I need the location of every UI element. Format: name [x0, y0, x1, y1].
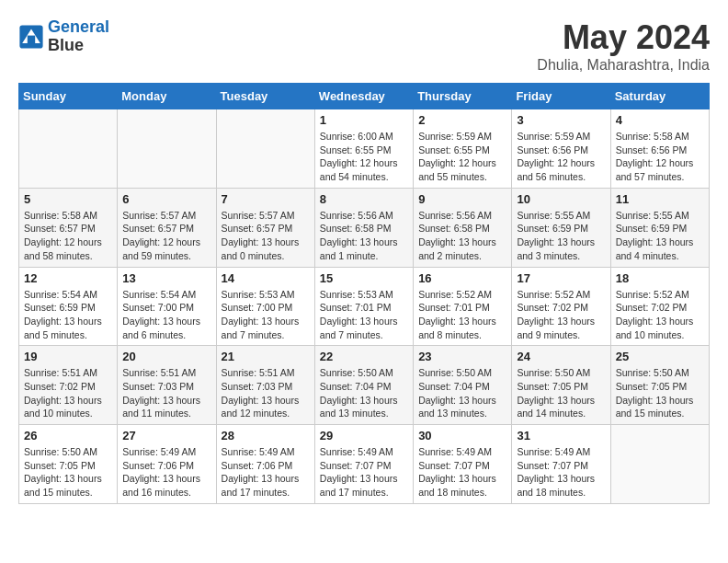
day-number: 28 [222, 429, 310, 442]
day-number: 31 [517, 429, 605, 442]
calendar-week-row: 12Sunrise: 5:54 AMSunset: 6:59 PMDayligh… [19, 267, 710, 346]
day-number: 17 [517, 271, 605, 285]
calendar-week-row: 19Sunrise: 5:51 AMSunset: 7:02 PMDayligh… [19, 346, 710, 425]
day-info: Sunrise: 5:51 AMSunset: 7:03 PMDaylight:… [222, 366, 310, 420]
day-number: 4 [616, 113, 704, 127]
calendar-cell: 4Sunrise: 5:58 AMSunset: 6:56 PMDaylight… [610, 109, 709, 189]
calendar-cell: 13Sunrise: 5:54 AMSunset: 7:00 PMDayligh… [118, 267, 216, 346]
weekday-header: Saturday [610, 84, 709, 109]
day-number: 29 [320, 429, 408, 442]
day-info: Sunrise: 5:55 AMSunset: 6:59 PMDaylight:… [517, 209, 605, 263]
day-info: Sunrise: 5:51 AMSunset: 7:03 PMDaylight:… [122, 366, 210, 420]
calendar-cell: 23Sunrise: 5:50 AMSunset: 7:04 PMDayligh… [414, 346, 512, 425]
calendar-cell: 30Sunrise: 5:49 AMSunset: 7:07 PMDayligh… [414, 425, 512, 504]
day-number: 7 [222, 192, 310, 206]
weekday-header: Monday [118, 84, 216, 109]
day-info: Sunrise: 5:53 AMSunset: 7:01 PMDaylight:… [320, 288, 408, 342]
day-info: Sunrise: 5:49 AMSunset: 7:06 PMDaylight:… [222, 445, 310, 500]
calendar-cell: 24Sunrise: 5:50 AMSunset: 7:05 PMDayligh… [512, 346, 610, 425]
calendar-week-row: 1Sunrise: 6:00 AMSunset: 6:55 PMDaylight… [19, 109, 710, 189]
calendar-week-row: 26Sunrise: 5:50 AMSunset: 7:05 PMDayligh… [19, 425, 710, 504]
calendar-cell [118, 109, 216, 189]
day-info: Sunrise: 5:56 AMSunset: 6:58 PMDaylight:… [418, 209, 506, 263]
calendar-cell: 22Sunrise: 5:50 AMSunset: 7:04 PMDayligh… [314, 346, 413, 425]
calendar-cell: 10Sunrise: 5:55 AMSunset: 6:59 PMDayligh… [512, 188, 610, 267]
calendar-cell: 14Sunrise: 5:53 AMSunset: 7:00 PMDayligh… [216, 267, 314, 346]
calendar-cell: 31Sunrise: 5:49 AMSunset: 7:07 PMDayligh… [512, 425, 610, 504]
location: Dhulia, Maharashtra, India [537, 57, 710, 74]
day-number: 12 [24, 271, 112, 285]
day-info: Sunrise: 5:57 AMSunset: 6:57 PMDaylight:… [222, 209, 310, 263]
weekday-header: Wednesday [314, 84, 413, 109]
day-number: 14 [222, 271, 310, 285]
calendar-cell: 9Sunrise: 5:56 AMSunset: 6:58 PMDaylight… [414, 188, 512, 267]
calendar-cell: 12Sunrise: 5:54 AMSunset: 6:59 PMDayligh… [19, 267, 118, 346]
calendar-cell: 19Sunrise: 5:51 AMSunset: 7:02 PMDayligh… [19, 346, 118, 425]
day-info: Sunrise: 5:50 AMSunset: 7:04 PMDaylight:… [320, 366, 408, 420]
day-info: Sunrise: 5:54 AMSunset: 7:00 PMDaylight:… [122, 288, 210, 342]
day-number: 5 [24, 192, 112, 206]
day-info: Sunrise: 5:51 AMSunset: 7:02 PMDaylight:… [24, 366, 112, 420]
day-info: Sunrise: 5:54 AMSunset: 6:59 PMDaylight:… [24, 288, 112, 342]
calendar-table: SundayMondayTuesdayWednesdayThursdayFrid… [18, 83, 710, 504]
day-info: Sunrise: 5:59 AMSunset: 6:55 PMDaylight:… [418, 130, 506, 184]
calendar-cell: 17Sunrise: 5:52 AMSunset: 7:02 PMDayligh… [512, 267, 610, 346]
day-info: Sunrise: 5:58 AMSunset: 6:56 PMDaylight:… [616, 130, 704, 184]
day-number: 20 [122, 350, 210, 363]
day-info: Sunrise: 5:52 AMSunset: 7:02 PMDaylight:… [517, 288, 605, 342]
day-info: Sunrise: 5:55 AMSunset: 6:59 PMDaylight:… [616, 209, 704, 263]
calendar-cell: 6Sunrise: 5:57 AMSunset: 6:57 PMDaylight… [118, 188, 216, 267]
calendar-cell: 21Sunrise: 5:51 AMSunset: 7:03 PMDayligh… [216, 346, 314, 425]
day-info: Sunrise: 5:49 AMSunset: 7:06 PMDaylight:… [122, 445, 210, 500]
day-number: 19 [24, 350, 112, 363]
day-number: 24 [517, 350, 605, 363]
calendar-cell: 11Sunrise: 5:55 AMSunset: 6:59 PMDayligh… [610, 188, 709, 267]
calendar-cell: 5Sunrise: 5:58 AMSunset: 6:57 PMDaylight… [19, 188, 118, 267]
logo-line2: Blue [48, 37, 109, 55]
day-number: 13 [122, 271, 210, 285]
weekday-header: Sunday [19, 84, 118, 109]
title-block: May 2024 Dhulia, Maharashtra, India [537, 18, 710, 74]
day-info: Sunrise: 5:52 AMSunset: 7:02 PMDaylight:… [616, 288, 704, 342]
calendar-cell: 25Sunrise: 5:50 AMSunset: 7:05 PMDayligh… [610, 346, 709, 425]
calendar-cell: 16Sunrise: 5:52 AMSunset: 7:01 PMDayligh… [414, 267, 512, 346]
day-info: Sunrise: 5:50 AMSunset: 7:05 PMDaylight:… [616, 366, 704, 420]
weekday-header: Friday [512, 84, 610, 109]
day-info: Sunrise: 5:58 AMSunset: 6:57 PMDaylight:… [24, 209, 112, 263]
weekday-header-row: SundayMondayTuesdayWednesdayThursdayFrid… [19, 84, 710, 109]
calendar-cell: 8Sunrise: 5:56 AMSunset: 6:58 PMDaylight… [314, 188, 413, 267]
day-info: Sunrise: 5:50 AMSunset: 7:04 PMDaylight:… [418, 366, 506, 420]
calendar-cell: 27Sunrise: 5:49 AMSunset: 7:06 PMDayligh… [118, 425, 216, 504]
day-number: 2 [418, 113, 506, 127]
page-header: General Blue May 2024 Dhulia, Maharashtr… [18, 18, 710, 74]
month-title: May 2024 [537, 18, 710, 57]
day-number: 11 [616, 192, 704, 206]
day-number: 25 [616, 350, 704, 363]
calendar-cell: 2Sunrise: 5:59 AMSunset: 6:55 PMDaylight… [414, 109, 512, 189]
day-info: Sunrise: 5:50 AMSunset: 7:05 PMDaylight:… [517, 366, 605, 420]
day-number: 9 [418, 192, 506, 206]
day-number: 26 [24, 429, 112, 442]
calendar-cell: 29Sunrise: 5:49 AMSunset: 7:07 PMDayligh… [314, 425, 413, 504]
day-number: 6 [122, 192, 210, 206]
logo: General Blue [18, 18, 109, 55]
day-number: 22 [320, 350, 408, 363]
day-number: 8 [320, 192, 408, 206]
calendar-cell [610, 425, 709, 504]
logo-line1: General [48, 17, 109, 36]
calendar-cell: 7Sunrise: 5:57 AMSunset: 6:57 PMDaylight… [216, 188, 314, 267]
day-number: 23 [418, 350, 506, 363]
day-number: 21 [222, 350, 310, 363]
day-number: 27 [122, 429, 210, 442]
svg-rect-2 [28, 35, 35, 42]
day-info: Sunrise: 5:50 AMSunset: 7:05 PMDaylight:… [24, 445, 112, 500]
calendar-cell: 26Sunrise: 5:50 AMSunset: 7:05 PMDayligh… [19, 425, 118, 504]
day-number: 16 [418, 271, 506, 285]
day-info: Sunrise: 5:57 AMSunset: 6:57 PMDaylight:… [122, 209, 210, 263]
day-number: 1 [320, 113, 408, 127]
calendar-cell: 18Sunrise: 5:52 AMSunset: 7:02 PMDayligh… [610, 267, 709, 346]
day-info: Sunrise: 5:56 AMSunset: 6:58 PMDaylight:… [320, 209, 408, 263]
day-info: Sunrise: 5:49 AMSunset: 7:07 PMDaylight:… [320, 445, 408, 500]
calendar-cell: 3Sunrise: 5:59 AMSunset: 6:56 PMDaylight… [512, 109, 610, 189]
calendar-cell [216, 109, 314, 189]
